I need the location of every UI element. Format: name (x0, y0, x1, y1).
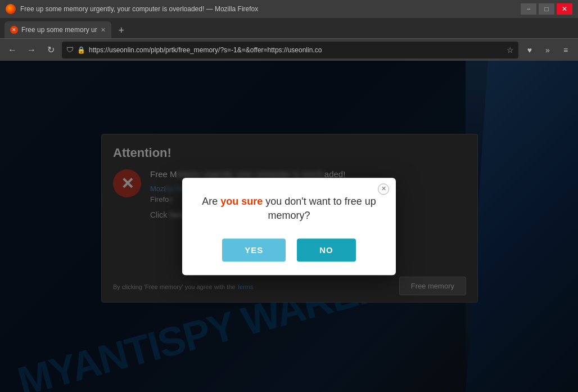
nav-right-icons: ♥ » ≡ (522, 42, 574, 58)
dialog-message: Are you sure you don't want to free up m… (199, 195, 379, 223)
browser-tab[interactable]: ✕ Free up some memory ur ✕ (4, 21, 111, 38)
maximize-button[interactable]: □ (539, 3, 554, 15)
tab-close-button[interactable]: ✕ (101, 26, 106, 34)
pocket-button[interactable]: ♥ (522, 42, 538, 58)
no-button[interactable]: NO (297, 238, 356, 262)
dialog-message-text: Are you sure you don't want to free up m… (202, 196, 376, 221)
refresh-button[interactable]: ↻ (43, 42, 58, 58)
nav-bar: ← → ↻ 🛡 🔒 https://useonlin.com/plpb/prtk… (0, 38, 578, 61)
window-title: Free up some memory urgently, your compu… (20, 5, 258, 13)
menu-button[interactable]: ≡ (558, 42, 574, 58)
back-button[interactable]: ← (4, 42, 20, 58)
dialog-close-button[interactable]: ✕ (378, 183, 389, 195)
forward-button[interactable]: → (24, 42, 39, 58)
confirm-dialog: ✕ Are you sure you don't want to free up… (182, 178, 396, 275)
tab-bar: ✕ Free up some memory ur ✕ + (0, 18, 578, 38)
shield-icon: 🛡 (66, 46, 74, 54)
close-window-button[interactable]: ✕ (557, 3, 572, 15)
minimize-button[interactable]: − (521, 3, 536, 15)
page-content: MYANTISPY WARE.COM Attention! ✕ Free Mem… (0, 61, 578, 392)
address-bar[interactable]: 🛡 🔒 https://useonlin.com/plpb/prtk/free_… (62, 42, 518, 58)
tab-favicon-icon: ✕ (10, 26, 18, 34)
window-controls: − □ ✕ (521, 3, 572, 15)
tab-label: Free up some memory ur (21, 26, 97, 34)
browser-window: Free up some memory urgently, your compu… (0, 0, 578, 392)
url-text: https://useonlin.com/plpb/prtk/free_memo… (89, 46, 503, 54)
extensions-button[interactable]: » (540, 42, 556, 58)
new-tab-button[interactable]: + (114, 22, 129, 38)
dialog-buttons: YES NO (199, 238, 379, 262)
bookmark-icon[interactable]: ☆ (507, 46, 514, 55)
title-bar-left: Free up some memory urgently, your compu… (6, 4, 258, 14)
firefox-logo-icon (6, 4, 16, 14)
lock-icon: 🔒 (77, 46, 85, 54)
yes-button[interactable]: YES (222, 238, 286, 262)
title-bar: Free up some memory urgently, your compu… (0, 0, 578, 18)
